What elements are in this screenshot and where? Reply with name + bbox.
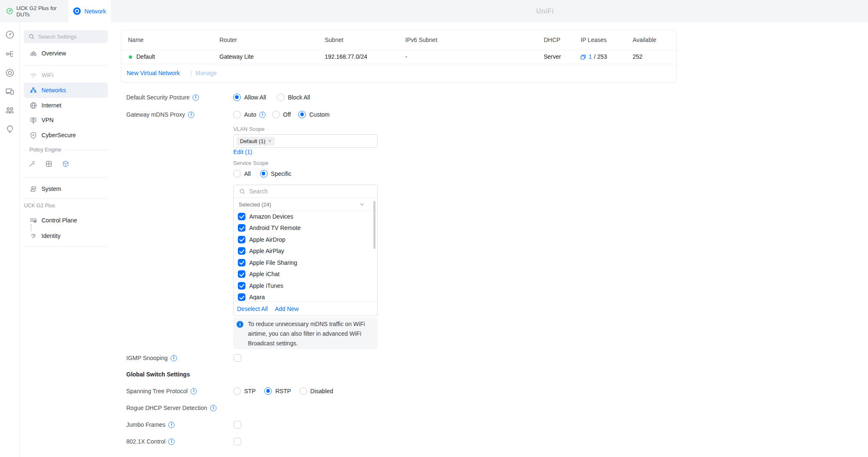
topology-rail-item[interactable] — [5, 49, 15, 59]
radio-rstp[interactable] — [264, 387, 272, 395]
info-icon[interactable]: i — [188, 112, 194, 118]
settings-search-input[interactable] — [38, 34, 101, 40]
service-item[interactable]: Apple iChat — [234, 269, 377, 280]
service-item[interactable]: Apple iTunes — [234, 280, 377, 292]
radio-label: RSTP — [275, 388, 291, 394]
insights-bulb-icon — [5, 124, 15, 134]
radio-block-all[interactable] — [277, 94, 284, 101]
chevron-down-icon[interactable] — [359, 201, 365, 208]
checkbox-checked[interactable] — [238, 282, 245, 290]
checkbox-checked[interactable] — [238, 236, 245, 243]
client-devices-rail-item[interactable] — [5, 86, 15, 96]
settings-search[interactable] — [24, 30, 108, 43]
dot1x-control-label: 802.1X Control i — [126, 438, 175, 445]
sidebar-item-wifi[interactable]: WiFi — [24, 68, 108, 83]
radio-label: Allow All — [244, 94, 266, 101]
console-switcher[interactable]: UCK G2 Plus for DUTs — [0, 0, 68, 22]
new-virtual-network-button[interactable]: New Virtual Network — [127, 70, 180, 76]
tab-network-label: Network — [84, 8, 106, 15]
sidebar-item-cybersecure[interactable]: CyberSecure — [24, 128, 108, 143]
sidebar-item-control-plane[interactable]: Control Plane — [24, 213, 108, 228]
services-search-input[interactable] — [249, 188, 354, 195]
chip-remove-icon[interactable]: × — [268, 138, 271, 144]
cell-router: Gateway Lite — [219, 50, 254, 64]
info-icon[interactable]: i — [171, 355, 177, 361]
dot1x-control-checkbox[interactable] — [234, 438, 241, 445]
checkbox-checked[interactable] — [238, 224, 245, 232]
sidebar-item-networks[interactable]: Networks — [24, 83, 108, 98]
sidebar-item-system[interactable]: System — [24, 181, 108, 196]
checkbox-checked[interactable] — [238, 213, 245, 220]
mdns-info-note: i To reduce unnecessary mDNS traffic on … — [233, 318, 378, 349]
service-item[interactable]: Apple AirPlay — [234, 245, 377, 257]
scrollbar-thumb[interactable] — [373, 201, 375, 249]
sidebar-item-vpn[interactable]: VPN — [24, 112, 108, 128]
cell-ip-leases[interactable]: 1 / 253 — [580, 50, 607, 64]
deselect-all-button[interactable]: Deselect All — [237, 306, 268, 312]
cell-available: 252 — [633, 50, 642, 64]
info-icon[interactable]: i — [210, 405, 216, 411]
manage-button[interactable]: Manage — [195, 70, 217, 76]
leases-icon — [580, 54, 586, 60]
sidebar-item-identity[interactable]: Identity — [24, 228, 108, 243]
leases-total: / 253 — [594, 50, 607, 64]
default-security-posture-label: Default Security Posture i — [126, 94, 199, 101]
info-icon[interactable]: i — [168, 422, 175, 428]
edit-vlan-link[interactable]: Edit (1) — [233, 149, 252, 155]
checkbox-checked[interactable] — [238, 259, 245, 266]
add-new-button[interactable]: Add New — [275, 306, 299, 312]
radio-auto[interactable] — [233, 111, 241, 118]
sidebar-item-internet[interactable]: Internet — [24, 98, 108, 113]
igmp-snooping-checkbox[interactable] — [234, 354, 241, 362]
vlan-chip-default[interactable]: Default (1) × — [237, 137, 275, 146]
service-item[interactable]: Amazon Devices — [234, 211, 377, 222]
gateway-mdns-proxy-options: Auto i Off Custom — [233, 111, 329, 118]
jumbo-frames-label: Jumbo Frames i — [126, 421, 175, 428]
service-label: Apple AirPlay — [249, 248, 284, 254]
admins-rail-item[interactable] — [5, 105, 15, 115]
service-item[interactable]: Aqara — [234, 292, 377, 302]
service-item[interactable]: Android TV Remote — [234, 222, 377, 234]
service-item[interactable]: Apple File Sharing — [234, 257, 377, 269]
label-text: Rogue DHCP Server Detection — [126, 405, 207, 411]
selected-group-header[interactable]: Selected (24) — [234, 198, 377, 211]
radio-off[interactable] — [272, 111, 280, 118]
info-filled-icon: i — [237, 321, 243, 328]
radio-disabled[interactable] — [300, 387, 307, 395]
unifi-devices-icon — [5, 68, 15, 78]
networks-tree-icon — [29, 86, 37, 94]
services-search[interactable] — [234, 185, 377, 198]
igmp-snooping-label: IGMP Snooping i — [126, 354, 177, 362]
service-label: Android TV Remote — [249, 225, 301, 231]
sidebar-item-overview[interactable]: Overview — [24, 46, 108, 61]
radio-custom[interactable] — [298, 111, 306, 118]
service-item[interactable]: Apple AirDrop — [234, 234, 377, 245]
tab-network[interactable]: Network — [68, 0, 111, 22]
col-header-dhcp: DHCP — [544, 30, 560, 50]
vlan-scope-input[interactable]: Default (1) × — [233, 134, 378, 148]
info-icon[interactable]: i — [190, 388, 197, 394]
checkbox-checked[interactable] — [238, 247, 245, 255]
info-icon[interactable]: i — [168, 439, 175, 445]
checkbox-checked[interactable] — [238, 270, 245, 278]
gateway-mdns-proxy-label: Gateway mDNS Proxy i — [126, 111, 194, 118]
client-devices-icon — [5, 86, 15, 96]
info-icon[interactable]: i — [259, 112, 266, 118]
sidebar-item-label: VPN — [42, 117, 54, 123]
info-icon[interactable]: i — [193, 94, 199, 101]
insights-rail-item[interactable] — [5, 124, 15, 134]
jumbo-frames-checkbox[interactable] — [234, 421, 241, 428]
globe-icon — [29, 102, 37, 110]
col-header-ipv6: IPv6 Subnet — [405, 30, 437, 50]
radio-specific[interactable] — [260, 170, 268, 178]
objects-cube-icon[interactable] — [62, 160, 70, 168]
radio-all[interactable] — [233, 170, 241, 178]
radio-stp[interactable] — [233, 387, 241, 395]
magic-wand-icon[interactable] — [28, 160, 36, 168]
radio-allow-all[interactable] — [233, 94, 241, 101]
zones-grid-icon[interactable] — [45, 160, 53, 168]
sidebar-item-label: WiFi — [42, 72, 53, 78]
dashboard-rail-item[interactable] — [5, 30, 15, 39]
checkbox-checked[interactable] — [238, 293, 245, 301]
unifi-devices-rail-item[interactable] — [5, 68, 15, 78]
